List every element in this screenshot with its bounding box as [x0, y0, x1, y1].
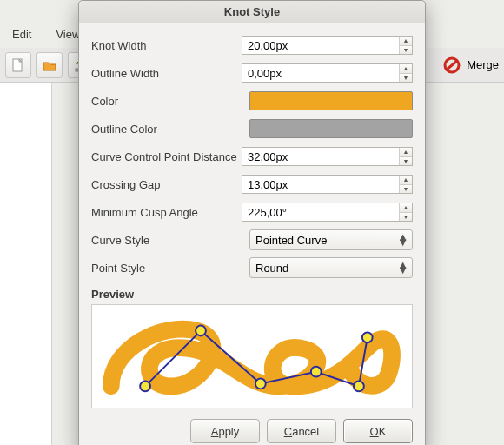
merge-label[interactable]: Merge	[467, 58, 499, 71]
outline-width-label: Outline Width	[91, 67, 242, 80]
curve-ctrl-dist-up[interactable]: ▲	[400, 148, 412, 157]
crossing-gap-up[interactable]: ▲	[400, 176, 412, 185]
svg-point-8	[311, 367, 322, 377]
dialog-title: Knot Style	[79, 1, 425, 23]
svg-point-10	[362, 332, 373, 342]
svg-point-6	[196, 326, 206, 336]
outline-color-label: Outline Color	[91, 123, 249, 136]
menu-bar: Edit View	[9, 26, 83, 43]
point-style-value: Round	[255, 262, 397, 275]
min-cusp-angle-input[interactable]: ▲▼	[242, 203, 413, 222]
curve-ctrl-dist-down[interactable]: ▼	[400, 157, 412, 166]
preview-area	[91, 304, 413, 408]
menu-edit[interactable]: Edit	[9, 26, 35, 43]
curve-ctrl-dist-field[interactable]	[242, 148, 399, 165]
document-icon	[10, 57, 26, 73]
cancel-button[interactable]: Cancel	[267, 419, 336, 443]
curve-ctrl-dist-input[interactable]: ▲▼	[242, 147, 413, 166]
knot-width-field[interactable]	[242, 37, 399, 54]
curve-style-combo[interactable]: Pointed Curve ▲▼	[249, 229, 413, 250]
outline-width-field[interactable]	[242, 64, 399, 82]
outline-color-swatch[interactable]	[249, 119, 413, 138]
color-label: Color	[91, 95, 249, 108]
chevron-updown-icon: ▲▼	[397, 262, 407, 273]
folder-open-icon	[42, 57, 57, 73]
knot-width-up[interactable]: ▲	[400, 37, 412, 46]
min-cusp-angle-field[interactable]	[242, 203, 399, 221]
point-style-label: Point Style	[91, 262, 249, 275]
crossing-gap-down[interactable]: ▼	[400, 185, 412, 194]
svg-point-9	[354, 382, 364, 392]
svg-line-4	[447, 61, 457, 70]
knot-width-input[interactable]: ▲▼	[242, 36, 413, 55]
chevron-updown-icon: ▲▼	[397, 235, 407, 245]
dialog-button-bar: Apply Cancel OK	[91, 419, 413, 443]
knot-width-down[interactable]: ▼	[400, 46, 412, 55]
outline-width-input[interactable]: ▲▼	[242, 63, 413, 83]
min-cusp-angle-up[interactable]: ▲	[400, 203, 412, 213]
svg-point-7	[255, 379, 266, 389]
svg-point-5	[140, 382, 150, 392]
point-style-combo[interactable]: Round ▲▼	[249, 257, 413, 278]
outline-width-down[interactable]: ▼	[400, 74, 412, 83]
curve-ctrl-dist-label: Curve Control Point Distance	[91, 150, 242, 163]
crossing-gap-label: Crossing Gap	[91, 178, 242, 191]
curve-style-label: Curve Style	[91, 234, 249, 247]
outline-width-up[interactable]: ▲	[400, 64, 412, 74]
knot-width-label: Knot Width	[91, 39, 242, 52]
toolbar-open-button[interactable]	[36, 52, 63, 78]
curve-style-value: Pointed Curve	[255, 234, 397, 247]
forbidden-icon	[442, 56, 461, 75]
ok-button[interactable]: OK	[343, 419, 413, 443]
crossing-gap-field[interactable]	[242, 176, 399, 193]
min-cusp-angle-label: Minimum Cusp Angle	[91, 206, 242, 219]
preview-label: Preview	[91, 288, 413, 301]
color-swatch[interactable]	[249, 91, 413, 110]
knot-preview-icon	[92, 305, 412, 408]
min-cusp-angle-down[interactable]: ▼	[400, 213, 412, 222]
apply-button[interactable]: Apply	[190, 419, 260, 443]
crossing-gap-input[interactable]: ▲▼	[242, 175, 413, 194]
knot-style-dialog: Knot Style Knot Width ▲▼ Outline Width ▲…	[78, 0, 426, 445]
toolbar-new-button[interactable]	[5, 52, 31, 78]
canvas	[0, 83, 52, 445]
